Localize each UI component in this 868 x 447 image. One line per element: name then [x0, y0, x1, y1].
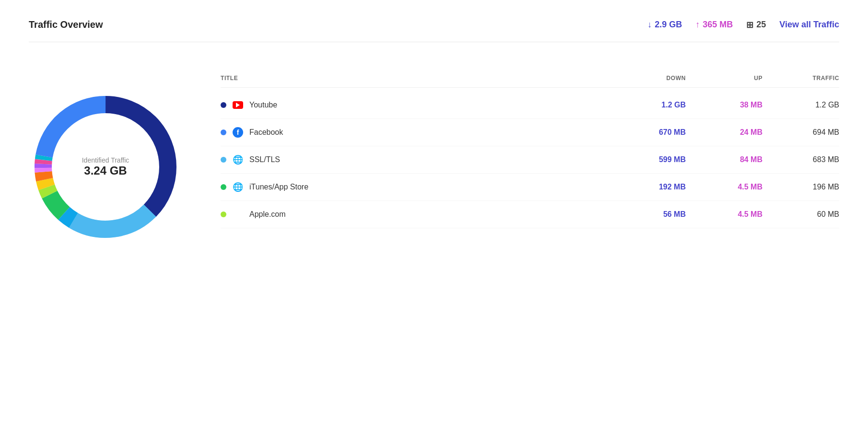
globe-icon: 🌐	[232, 154, 244, 165]
header-stats: ↓ 2.9 GB ↑ 365 MB ⊞ 25 View all Traffic	[647, 20, 839, 30]
title-cell: 🌐 iTunes/App Store	[221, 181, 609, 193]
service-name: iTunes/App Store	[249, 183, 308, 191]
devices-icon: ⊞	[746, 20, 753, 30]
up-value: 4.5 MB	[686, 183, 762, 191]
down-value: 599 MB	[609, 155, 686, 164]
table-row: 🌐 iTunes/App Store 192 MB 4.5 MB 196 MB	[221, 174, 839, 201]
title-cell: f Facebook	[221, 127, 609, 138]
traffic-value: 694 MB	[762, 128, 839, 137]
main-content: Identified Traffic 3.24 GB TITLE DOWN UP…	[29, 61, 839, 244]
down-value: 192 MB	[609, 183, 686, 191]
up-value: 38 MB	[686, 101, 762, 109]
dot-indicator	[221, 129, 226, 135]
download-value: 2.9 GB	[655, 20, 682, 30]
table-row: Apple.com 56 MB 4.5 MB 60 MB	[221, 201, 839, 228]
service-name: SSL/TLS	[249, 155, 280, 164]
title-cell: Youtube	[221, 99, 609, 111]
traffic-value: 196 MB	[762, 183, 839, 191]
col-down: DOWN	[609, 75, 686, 82]
down-value: 56 MB	[609, 210, 686, 219]
dot-indicator	[221, 212, 226, 217]
table-body: Youtube 1.2 GB 38 MB 1.2 GB f Facebook 6…	[221, 92, 839, 228]
facebook-icon: f	[232, 127, 244, 138]
table-row: f Facebook 670 MB 24 MB 694 MB	[221, 119, 839, 146]
col-traffic: TRAFFIC	[762, 75, 839, 82]
traffic-value: 683 MB	[762, 155, 839, 164]
download-stat: ↓ 2.9 GB	[647, 20, 682, 30]
apple-icon	[232, 209, 244, 220]
traffic-table: TITLE DOWN UP TRAFFIC Youtube 1.2 GB 38 …	[221, 71, 839, 228]
up-value: 24 MB	[686, 128, 762, 137]
up-value: 4.5 MB	[686, 210, 762, 219]
donut-chart: Identified Traffic 3.24 GB	[29, 90, 182, 244]
header: Traffic Overview ↓ 2.9 GB ↑ 365 MB ⊞ 25 …	[29, 19, 839, 42]
globe-icon: 🌐	[232, 181, 244, 193]
title-cell: Apple.com	[221, 209, 609, 220]
dot-indicator	[221, 157, 226, 163]
down-value: 670 MB	[609, 128, 686, 137]
youtube-icon	[232, 99, 244, 111]
chart-center: Identified Traffic 3.24 GB	[82, 156, 129, 177]
upload-stat: ↑ 365 MB	[695, 20, 733, 30]
dot-indicator	[221, 102, 226, 108]
devices-stat: ⊞ 25	[746, 20, 766, 30]
download-icon: ↓	[647, 20, 652, 30]
chart-center-value: 3.24 GB	[82, 164, 129, 177]
service-name: Youtube	[249, 101, 277, 109]
down-value: 1.2 GB	[609, 101, 686, 109]
service-name: Facebook	[249, 128, 283, 137]
traffic-value: 1.2 GB	[762, 101, 839, 109]
col-up: UP	[686, 75, 762, 82]
upload-icon: ↑	[695, 20, 700, 30]
title-cell: 🌐 SSL/TLS	[221, 154, 609, 165]
table-header: TITLE DOWN UP TRAFFIC	[221, 71, 839, 88]
chart-center-label: Identified Traffic	[82, 156, 129, 164]
view-all-traffic-link[interactable]: View all Traffic	[779, 20, 839, 30]
page-title: Traffic Overview	[29, 19, 103, 30]
page-container: Traffic Overview ↓ 2.9 GB ↑ 365 MB ⊞ 25 …	[0, 0, 868, 447]
dot-indicator	[221, 184, 226, 190]
service-name: Apple.com	[249, 210, 286, 219]
table-row: 🌐 SSL/TLS 599 MB 84 MB 683 MB	[221, 146, 839, 174]
up-value: 84 MB	[686, 155, 762, 164]
devices-value: 25	[756, 20, 766, 30]
upload-value: 365 MB	[703, 20, 733, 30]
table-row: Youtube 1.2 GB 38 MB 1.2 GB	[221, 92, 839, 119]
traffic-value: 60 MB	[762, 210, 839, 219]
col-title: TITLE	[221, 75, 609, 82]
